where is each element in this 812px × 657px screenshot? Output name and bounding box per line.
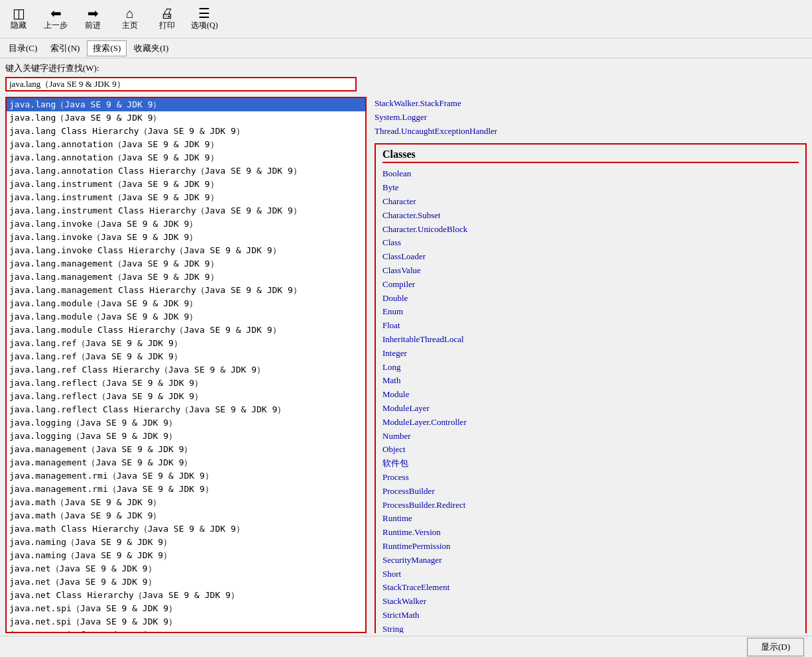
class-link[interactable]: Process <box>382 471 799 485</box>
list-item[interactable]: java.naming（Java SE 9 & JDK 9） <box>7 549 365 562</box>
list-item[interactable]: java.lang Class Hierarchy（Java SE 9 & JD… <box>7 125 365 138</box>
class-link[interactable]: StackWalker <box>382 595 799 609</box>
panel-area: java.lang（Java SE 9 & JDK 9）java.lang（Ja… <box>0 94 812 636</box>
list-item[interactable]: java.logging（Java SE 9 & JDK 9） <box>7 430 365 443</box>
class-link[interactable]: Object <box>382 443 799 457</box>
class-link[interactable]: ProcessBuilder.Redirect <box>382 499 799 512</box>
tab-index[interactable]: 索引(N) <box>44 40 86 56</box>
left-list[interactable]: java.lang（Java SE 9 & JDK 9）java.lang（Ja… <box>7 98 365 632</box>
list-item[interactable]: java.net Class Hierarchy（Java SE 9 & JDK… <box>7 589 365 602</box>
list-item[interactable]: java.management.rmi（Java SE 9 & JDK 9） <box>7 483 365 496</box>
list-item[interactable]: java.management（Java SE 9 & JDK 9） <box>7 456 365 469</box>
list-item[interactable]: java.math Class Hierarchy（Java SE 9 & JD… <box>7 522 365 536</box>
toolbar-options[interactable]: ☰ 选项(Q) <box>191 7 218 31</box>
toolbar-print-label: 打印 <box>159 20 175 31</box>
bottom-bar: 显示(D) <box>0 636 812 657</box>
search-input[interactable] <box>5 77 357 91</box>
list-item[interactable]: java.lang.module Class Hierarchy（Java SE… <box>7 324 365 337</box>
class-link[interactable]: Enum <box>382 305 799 319</box>
list-item[interactable]: java.net（Java SE 9 & JDK 9） <box>7 562 365 575</box>
class-link[interactable]: Module <box>382 388 799 402</box>
class-link[interactable]: InheritableThreadLocal <box>382 333 799 347</box>
class-link[interactable]: ClassLoader <box>382 250 799 264</box>
above-link[interactable]: System.Logger <box>375 111 807 125</box>
class-link[interactable]: ClassValue <box>382 264 799 278</box>
class-link[interactable]: Short <box>382 567 799 581</box>
class-link[interactable]: Integer <box>382 347 799 361</box>
class-link[interactable]: Runtime <box>382 512 799 526</box>
list-item[interactable]: java.lang.management（Java SE 9 & JDK 9） <box>7 270 365 284</box>
toolbar-home-label: 主页 <box>122 20 138 31</box>
list-item[interactable]: java.lang.management（Java SE 9 & JDK 9） <box>7 257 365 270</box>
list-item[interactable]: java.lang.reflect（Java SE 9 & JDK 9） <box>7 390 365 403</box>
class-link[interactable]: Runtime.Version <box>382 526 799 540</box>
class-link[interactable]: Character.Subset <box>382 209 799 223</box>
toolbar-hide[interactable]: ◫ 隐藏 <box>5 7 32 31</box>
list-item[interactable]: java.management.rmi（Java SE 9 & JDK 9） <box>7 469 365 483</box>
list-item[interactable]: java.logging（Java SE 9 & JDK 9） <box>7 416 365 430</box>
tab-contents[interactable]: 目录(C) <box>3 40 43 56</box>
class-link[interactable]: Double <box>382 292 799 306</box>
list-item[interactable]: java.lang（Java SE 9 & JDK 9） <box>7 98 365 111</box>
class-link[interactable]: StackTraceElement <box>382 581 799 595</box>
list-item[interactable]: java.lang.instrument（Java SE 9 & JDK 9） <box>7 191 365 204</box>
class-link[interactable]: StrictMath <box>382 609 799 623</box>
list-item[interactable]: java.lang.invoke（Java SE 9 & JDK 9） <box>7 231 365 244</box>
list-item[interactable]: java.naming（Java SE 9 & JDK 9） <box>7 536 365 549</box>
class-link[interactable]: Class <box>382 236 799 250</box>
classes-heading: Classes <box>382 149 799 163</box>
class-link[interactable]: ModuleLayer.Controller <box>382 416 799 430</box>
list-item[interactable]: java.lang.invoke Class Hierarchy（Java SE… <box>7 244 365 257</box>
tab-favorites[interactable]: 收藏夹(I) <box>128 40 174 56</box>
list-item[interactable]: java.lang.reflect Class Hierarchy（Java S… <box>7 403 365 416</box>
list-item[interactable]: java.lang.annotation Class Hierarchy（Jav… <box>7 164 365 178</box>
back-icon: ⬅ <box>50 7 62 20</box>
class-link[interactable]: Character.UnicodeBlock <box>382 223 799 237</box>
class-link[interactable]: Long <box>382 361 799 375</box>
list-item[interactable]: java.net.spi（Java SE 9 & JDK 9） <box>7 602 365 615</box>
list-item[interactable]: java.net.spi Class Hierarchy（Java SE 9 &… <box>7 628 365 632</box>
class-link[interactable]: Number <box>382 430 799 444</box>
class-link[interactable]: Math <box>382 374 799 388</box>
class-link[interactable]: Byte <box>382 181 799 195</box>
list-item[interactable]: java.net.spi（Java SE 9 & JDK 9） <box>7 615 365 628</box>
print-icon: 🖨 <box>160 7 174 20</box>
list-item[interactable]: java.lang.instrument（Java SE 9 & JDK 9） <box>7 178 365 191</box>
above-link[interactable]: StackWalker.StackFrame <box>375 97 807 111</box>
list-item[interactable]: java.lang.ref Class Hierarchy（Java SE 9 … <box>7 363 365 377</box>
toolbar-home[interactable]: ⌂ 主页 <box>117 7 143 31</box>
class-link[interactable]: Compiler <box>382 278 799 292</box>
class-link[interactable]: SecurityManager <box>382 554 799 567</box>
list-item[interactable]: java.management（Java SE 9 & JDK 9） <box>7 443 365 456</box>
list-item[interactable]: java.lang（Java SE 9 & JDK 9） <box>7 111 365 125</box>
list-item[interactable]: java.lang.ref（Java SE 9 & JDK 9） <box>7 337 365 350</box>
show-button[interactable]: 显示(D) <box>747 638 804 656</box>
class-link[interactable]: RuntimePermission <box>382 540 799 554</box>
class-link[interactable]: Float <box>382 319 799 333</box>
right-panel: StackWalker.StackFrameSystem.LoggerThrea… <box>369 97 812 633</box>
class-link[interactable]: 软件包 <box>382 457 799 471</box>
list-item[interactable]: java.lang.invoke（Java SE 9 & JDK 9） <box>7 217 365 231</box>
class-link[interactable]: String <box>382 623 799 633</box>
class-link[interactable]: ProcessBuilder <box>382 485 799 499</box>
above-link[interactable]: Thread.UncaughtExceptionHandler <box>375 125 807 139</box>
list-item[interactable]: java.lang.reflect（Java SE 9 & JDK 9） <box>7 377 365 390</box>
list-item[interactable]: java.lang.ref（Java SE 9 & JDK 9） <box>7 350 365 363</box>
list-item[interactable]: java.lang.annotation（Java SE 9 & JDK 9） <box>7 138 365 151</box>
class-link[interactable]: Boolean <box>382 167 799 181</box>
list-item[interactable]: java.lang.annotation（Java SE 9 & JDK 9） <box>7 151 365 164</box>
class-link[interactable]: Character <box>382 195 799 209</box>
list-item[interactable]: java.lang.module（Java SE 9 & JDK 9） <box>7 297 365 310</box>
class-link[interactable]: ModuleLayer <box>382 402 799 416</box>
options-icon: ☰ <box>198 7 210 20</box>
list-item[interactable]: java.net（Java SE 9 & JDK 9） <box>7 575 365 589</box>
list-item[interactable]: java.lang.module（Java SE 9 & JDK 9） <box>7 310 365 324</box>
list-item[interactable]: java.lang.instrument Class Hierarchy（Jav… <box>7 204 365 217</box>
tab-search[interactable]: 搜索(S) <box>87 40 127 56</box>
toolbar-forward[interactable]: ➡ 前进 <box>80 7 106 31</box>
list-item[interactable]: java.math（Java SE 9 & JDK 9） <box>7 496 365 509</box>
toolbar-print[interactable]: 🖨 打印 <box>154 7 180 31</box>
list-item[interactable]: java.lang.management Class Hierarchy（Jav… <box>7 284 365 297</box>
list-item[interactable]: java.math（Java SE 9 & JDK 9） <box>7 509 365 522</box>
toolbar-back[interactable]: ⬅ 上一步 <box>42 7 69 31</box>
